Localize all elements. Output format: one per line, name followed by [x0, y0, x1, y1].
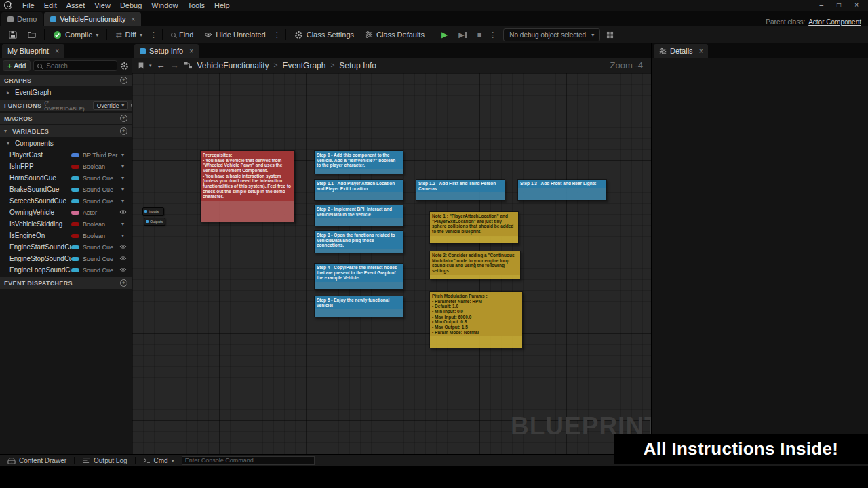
variable-row-isengineon[interactable]: IsEngineOn Boolean ▾ [0, 230, 132, 241]
comment-step-5[interactable]: Step 5 - Enjoy the newly functional vehi… [314, 296, 403, 317]
variable-row-owningvehicle[interactable]: OwningVehicle Actor [0, 207, 132, 218]
comment-step-4[interactable]: Step 4 - Copy/Paste the interact nodes t… [314, 263, 403, 290]
play-button[interactable]: ▶ [437, 27, 452, 42]
comment-note-2[interactable]: Note 2: Consider adding a "Continuous Mo… [429, 251, 521, 279]
tab-my-blueprint[interactable]: My Blueprint × [2, 44, 64, 58]
comment-step-1-3[interactable]: Step 1.3 - Add Front and Rear Lights [517, 179, 607, 201]
compile-button[interactable]: Compile ▾ [48, 27, 103, 42]
diff-button[interactable]: ⇄ Diff ▾ [111, 27, 147, 42]
class-defaults-button[interactable]: Class Defaults [360, 27, 429, 42]
tab-setup-info[interactable]: Setup Info × [134, 44, 199, 58]
menu-window[interactable]: Window [146, 1, 182, 9]
back-arrow-icon[interactable]: ← [157, 60, 165, 70]
chevron-down-icon[interactable]: ▾ [118, 186, 127, 192]
hide-unrelated-button[interactable]: Hide Unrelated [199, 27, 270, 42]
breadcrumb-vehiclefunctionality[interactable]: VehicleFunctionality [197, 61, 269, 70]
breadcrumb-setup-info[interactable]: Setup Info [339, 61, 376, 70]
close-icon[interactable]: × [699, 47, 703, 55]
dots-menu-icon[interactable]: ⋮ [272, 30, 282, 39]
gear-icon[interactable] [120, 62, 129, 70]
menu-edit[interactable]: Edit [39, 1, 62, 9]
chevron-down-icon[interactable]: ▾ [118, 198, 127, 204]
bookmark-icon[interactable] [138, 62, 144, 70]
menu-debug[interactable]: Debug [115, 1, 146, 9]
variable-row-isvehicleskidding[interactable]: IsVehicleSkidding Boolean ▾ [0, 218, 132, 230]
graph-canvas[interactable]: BLUEPRINT Inputs Outputs Prerequisites: … [132, 73, 651, 454]
close-icon[interactable]: × [55, 47, 59, 55]
save-button[interactable] [4, 27, 22, 42]
comment-note-1[interactable]: Note 1 : "PlayerAttachLocation" and "Pla… [429, 211, 519, 244]
eye-icon[interactable] [118, 244, 127, 251]
tab-vehiclefunctionality[interactable]: VehicleFunctionality × [44, 12, 141, 26]
cmd-dropdown[interactable]: Cmd ▾ [140, 457, 178, 464]
variable-row-screechsoundcue[interactable]: ScreechSoundCue Sound Cue ▾ [0, 195, 132, 207]
minimize-icon[interactable]: – [820, 0, 824, 11]
components-category[interactable]: ▾ Components [0, 137, 132, 149]
chevron-down-icon[interactable]: ▾ [118, 175, 127, 181]
comment-prerequisites[interactable]: Prerequisites: • You have a vehicle that… [200, 150, 295, 222]
menu-file[interactable]: File [18, 1, 39, 9]
output-log-button[interactable]: Output Log [79, 457, 130, 464]
variable-row-enginestartsoundcue[interactable]: EngineStartSoundCue Sound Cue [0, 241, 132, 253]
browse-to-asset-button[interactable] [23, 27, 41, 42]
tab-demo[interactable]: Demo [1, 12, 43, 26]
chevron-down-icon[interactable]: ▾ [118, 152, 127, 158]
expander-icon[interactable]: ▾ [4, 128, 9, 134]
breadcrumb-eventgraph[interactable]: EventGraph [282, 61, 326, 70]
chevron-down-icon[interactable]: ▾ [149, 63, 152, 68]
close-icon[interactable]: × [132, 16, 136, 23]
inputs-node[interactable]: Inputs [142, 207, 164, 216]
comment-step-1-2[interactable]: Step 1.2 - Add First and Third Person Ca… [416, 179, 505, 201]
add-variable-icon[interactable]: + [120, 127, 127, 135]
console-command-input[interactable] [182, 456, 315, 465]
comment-pitch-modulation-params[interactable]: Pitch Modulation Params : • Parameter Na… [429, 291, 523, 348]
eye-icon[interactable] [118, 267, 127, 274]
eye-icon[interactable] [118, 209, 127, 216]
event-dispatchers-section-header[interactable]: EVENT DISPATCHERS + [0, 277, 132, 289]
frame-skip-button[interactable]: ▶ [454, 27, 471, 42]
search-input[interactable] [45, 62, 113, 70]
browse-debug-button[interactable] [601, 27, 618, 42]
forward-arrow-icon[interactable]: → [170, 60, 179, 70]
chevron-down-icon[interactable]: ▾ [118, 232, 127, 239]
outputs-node[interactable]: Outputs [144, 218, 165, 226]
chevron-down-icon[interactable]: ▾ [118, 221, 127, 227]
comment-step-1-1[interactable]: Step 1.1 - Add Player Attach Location an… [314, 179, 403, 201]
play-options-icon[interactable]: ⋮ [488, 30, 498, 39]
debug-object-select[interactable]: No debug object selected ▾ [503, 28, 600, 41]
variable-row-hornsoundcue[interactable]: HornSoundCue Sound Cue ▾ [0, 172, 132, 184]
variable-row-engineloopsoundcue[interactable]: EngineLoopSoundCue Sound Cue [0, 264, 132, 276]
variables-section-header[interactable]: ▾ VARIABLES + [0, 125, 132, 137]
stop-button[interactable]: ■ [473, 27, 487, 42]
close-icon[interactable]: × [189, 47, 193, 55]
eventgraph-item[interactable]: ▸ EventGraph [0, 86, 132, 98]
comment-step-0[interactable]: Step 0 - Add this component to the Vehic… [314, 150, 403, 174]
variable-row-enginestopsoundcue[interactable]: EngineStopSoundCue Sound Cue [0, 253, 132, 264]
variable-row-playercast[interactable]: PlayerCast BP Third Per ▾ [0, 149, 132, 161]
add-button[interactable]: + Add [3, 60, 31, 71]
add-graph-icon[interactable]: + [120, 77, 127, 84]
override-dropdown[interactable]: Override ▾ [93, 101, 129, 110]
add-macro-icon[interactable]: + [120, 115, 127, 122]
graphs-section-header[interactable]: GRAPHS + [0, 75, 132, 86]
menu-tools[interactable]: Tools [182, 1, 210, 9]
menu-help[interactable]: Help [210, 1, 235, 9]
menu-asset[interactable]: Asset [62, 1, 90, 9]
functions-section-header[interactable]: FUNCTIONS (2 OVERRIDABLE) Override ▾ + [0, 100, 132, 111]
variable-row-isinfpp[interactable]: IsInFPP Boolean ▾ [0, 161, 132, 172]
comment-step-3[interactable]: Step 3 - Open the functions related to V… [314, 230, 403, 253]
find-button[interactable]: Find [166, 27, 198, 42]
parent-class-link[interactable]: Actor Component [808, 18, 861, 26]
close-icon[interactable]: × [854, 0, 859, 11]
expander-icon[interactable]: ▾ [7, 140, 12, 146]
expander-icon[interactable]: ▸ [7, 89, 12, 96]
macros-section-header[interactable]: MACROS + [0, 113, 132, 124]
comment-step-2[interactable]: Step 2 - Implement BPI_Interact and Vehi… [314, 205, 403, 226]
chevron-down-icon[interactable]: ▾ [118, 163, 127, 169]
dots-menu-icon[interactable]: ⋮ [149, 30, 159, 39]
add-event-dispatcher-icon[interactable]: + [120, 279, 127, 287]
tab-details[interactable]: Details × [654, 44, 708, 58]
class-settings-button[interactable]: Class Settings [290, 27, 359, 42]
content-drawer-button[interactable]: Content Drawer [4, 457, 70, 464]
menu-view[interactable]: View [90, 1, 115, 9]
